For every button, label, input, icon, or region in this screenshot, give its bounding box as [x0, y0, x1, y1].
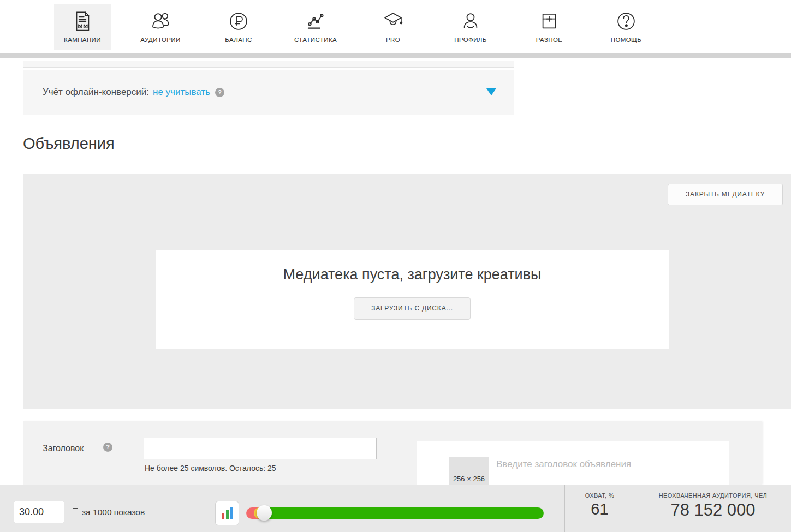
price-bar-divider	[198, 485, 198, 532]
upload-from-disk-button[interactable]: ЗАГРУЗИТЬ С ДИСКА...	[354, 297, 471, 320]
nav-item-label: БАЛАНС	[225, 37, 252, 43]
balance-icon	[226, 9, 251, 34]
help-icon	[614, 9, 639, 34]
price-slider[interactable]	[246, 507, 544, 519]
campaigns-icon	[70, 9, 95, 34]
header-scroll-band	[0, 53, 791, 58]
offline-conversions-panel: Учёт офлайн-конверсий: не учитывать	[23, 70, 514, 115]
ad-preview-size-label: 256 × 256	[449, 475, 489, 483]
nav-item-label: ПРОФИЛЬ	[454, 37, 487, 43]
nav-item-label: PRO	[386, 37, 400, 43]
nav-item-label: СТАТИСТИКА	[294, 37, 337, 43]
misc-icon	[537, 9, 562, 34]
nav-item-statistics[interactable]: СТАТИСТИКА	[284, 4, 347, 50]
bar-chart-icon	[226, 510, 229, 519]
nav-item-pro[interactable]: PRO	[361, 4, 425, 50]
nav-item-label: КАМПАНИИ	[64, 37, 101, 43]
ad-title-input[interactable]	[144, 438, 377, 459]
chevron-down-icon[interactable]	[486, 88, 496, 95]
unreached-stat-column: НЕОХВАЧЕННАЯ АУДИТОРИЯ, ЧЕЛ 78 152 000	[635, 485, 791, 532]
profile-icon	[458, 9, 483, 34]
statistics-icon	[303, 9, 328, 34]
reach-chart-button[interactable]	[215, 501, 239, 525]
bar-chart-icon	[230, 507, 233, 519]
ad-title-hint: Не более 25 символов. Осталось: 25	[145, 464, 276, 473]
mytarget-campaign-editor: КАМПАНИИ АУДИТОРИИ БАЛАНС	[0, 0, 791, 532]
ad-preview-title-placeholder: Введите заголовок объявления	[496, 459, 631, 470]
collapsed-section-strip	[23, 61, 514, 68]
unreached-audience-label: НЕОХВАЧЕННАЯ АУДИТОРИЯ, ЧЕЛ	[635, 492, 791, 499]
question-badge-icon[interactable]	[215, 88, 224, 97]
media-library-empty-text: Медиатека пуста, загрузите креативы	[156, 266, 669, 283]
reach-value: 61	[564, 500, 635, 518]
ad-form-panel: Заголовок Не более 25 символов. Осталось…	[23, 421, 762, 485]
price-unit-label: за 1000 показов	[82, 507, 145, 517]
ad-preview-image-placeholder: 256 × 256	[449, 457, 489, 485]
nav-item-label: АУДИТОРИИ	[140, 37, 180, 43]
media-library-panel: ЗАКРЫТЬ МЕДИАТЕКУ Медиатека пуста, загру…	[23, 174, 791, 409]
price-bar: за 1000 показов ОХВАТ, % 61 НЕОХВАЧЕННАЯ…	[0, 485, 791, 532]
offline-conversions-label: Учёт офлайн-конверсий:	[43, 87, 149, 98]
reach-stat-column: ОХВАТ, % 61	[564, 485, 635, 532]
main-nav: КАМПАНИИ АУДИТОРИИ БАЛАНС	[0, 3, 791, 53]
pro-icon	[380, 9, 406, 34]
slider-handle[interactable]	[257, 505, 272, 521]
ads-section-title: Объявления	[23, 135, 115, 153]
nav-item-help[interactable]: ПОМОЩЬ	[594, 4, 658, 50]
nav-item-audiences[interactable]: АУДИТОРИИ	[129, 4, 192, 50]
audiences-icon	[148, 9, 173, 34]
bar-chart-icon	[222, 513, 224, 519]
nav-item-label: ПОМОЩЬ	[611, 37, 641, 43]
nav-item-misc[interactable]: РАЗНОЕ	[518, 4, 581, 50]
ad-preview-card: 256 × 256 Введите заголовок объявления	[417, 441, 729, 485]
nav-item-balance[interactable]: БАЛАНС	[207, 4, 270, 50]
price-input[interactable]	[14, 501, 64, 523]
nav-item-profile[interactable]: ПРОФИЛЬ	[439, 4, 502, 50]
media-library-empty-card: Медиатека пуста, загрузите креативы ЗАГР…	[156, 250, 669, 349]
ad-title-label: Заголовок	[43, 444, 84, 453]
close-media-library-button[interactable]: ЗАКРЫТЬ МЕДИАТЕКУ	[668, 184, 783, 205]
nav-item-label: РАЗНОЕ	[536, 37, 563, 43]
slider-green-segment	[268, 507, 544, 519]
nav-item-campaigns[interactable]: КАМПАНИИ	[54, 4, 111, 50]
unreached-audience-value: 78 152 000	[635, 500, 791, 520]
question-badge-icon[interactable]	[103, 443, 112, 452]
ruble-glyph-box-icon	[73, 508, 78, 516]
offline-conversions-value-link[interactable]: не учитывать	[153, 87, 210, 98]
reach-label: ОХВАТ, %	[564, 492, 635, 499]
